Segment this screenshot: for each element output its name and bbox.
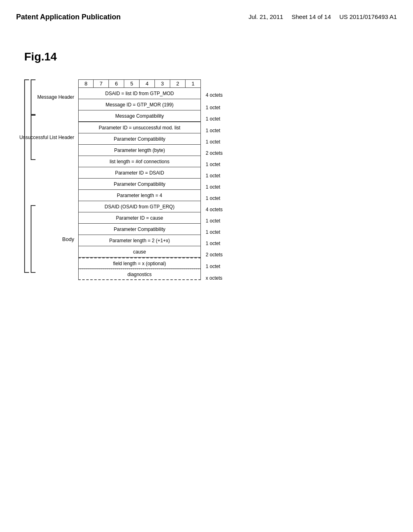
octet-row-10: 1 octet	[206, 193, 223, 204]
octet-row-13: 1 octet	[206, 227, 223, 238]
octet-text-2: 1 octet	[206, 105, 220, 110]
octet-text-1: 4 octets	[206, 92, 223, 98]
row-list-length: list length = #of connections	[78, 156, 201, 167]
message-header-bracket: Message Header	[31, 79, 76, 115]
figure-label: Fig.14	[24, 50, 57, 63]
octet-text-9: 1 octet	[206, 184, 220, 190]
body-label: Body	[62, 236, 74, 242]
main-content: Fig.14 Message Header	[0, 26, 413, 300]
publication-title: Patent Application Publication	[16, 12, 121, 22]
bit-5: 5	[124, 79, 140, 88]
page-header: Patent Application Publication Jul. 21, …	[0, 0, 413, 26]
row-param-compat-2: Parameter Compatibility	[78, 179, 201, 190]
octet-row-1: 4 octets	[206, 88, 223, 102]
octet-row-8: 1 octet	[206, 170, 223, 181]
table-row: DSAID = list ID from GTP_MOD	[78, 88, 201, 99]
octet-text-5: 1 octet	[206, 139, 220, 145]
row-diagnostics: diagnostics	[78, 269, 201, 280]
body-bracket: Body	[31, 205, 76, 273]
octet-row-5: 1 octet	[206, 136, 223, 148]
table-row: Parameter ID = DSAID	[78, 167, 201, 179]
unsuccessful-list-header-label: Unsuccessful List Header	[19, 135, 74, 140]
table-row: Parameter length = 4	[78, 190, 201, 201]
octet-text-3: 1 octet	[206, 116, 220, 122]
octet-header-spacer	[206, 79, 223, 88]
octet-text-13: 1 octet	[206, 229, 220, 235]
unsuccessful-list-header-bracket: Unsuccessful List Header	[31, 115, 76, 160]
message-header-label: Message Header	[38, 94, 74, 100]
row-cause: cause	[78, 246, 201, 258]
table-row: Message ID = GTP_MOR (199)	[78, 99, 201, 110]
bit-6: 6	[109, 79, 124, 88]
table-row: Parameter ID = unsuccessful mod. list	[78, 122, 201, 133]
table-row: DSAID (OSAID from GTP_ERQ)	[78, 201, 201, 212]
octet-row-14: 1 octet	[206, 238, 223, 249]
octet-text-4: 1 octet	[206, 128, 220, 133]
grid-area: 8 7 6 5 4 3 2 1 DSAID = list ID from GTP…	[78, 79, 201, 280]
page-container: Patent Application Publication Jul. 21, …	[0, 0, 413, 300]
octet-text-7: 1 octet	[206, 162, 220, 167]
row-message-id: Message ID = GTP_MOR (199)	[78, 99, 201, 110]
octet-text-11: 4 octets	[206, 207, 223, 212]
octet-row-4: 1 octet	[206, 125, 223, 136]
row-param-length-byte: Parameter length (byte)	[78, 145, 201, 156]
bit-3: 3	[155, 79, 170, 88]
row-param-id-dsaid: Parameter ID = DSAID	[78, 167, 201, 179]
octet-row-16: 1 octet	[206, 260, 223, 272]
table-row: Parameter ID = cause	[78, 212, 201, 224]
table-row: Parameter Compatibility	[78, 179, 201, 190]
octet-row-7: 1 octet	[206, 159, 223, 170]
table-row: Parameter Compatibility	[78, 224, 201, 235]
bit-8: 8	[78, 79, 94, 88]
row-message-compat: Message Compatibility	[78, 110, 201, 122]
octet-row-3: 1 octet	[206, 113, 223, 125]
row-param-compat-1: Parameter Compatibility	[78, 133, 201, 145]
bit-4: 4	[140, 79, 155, 88]
octet-text-14: 1 octet	[206, 241, 220, 246]
row-field-length: field length = x (optional)	[78, 258, 201, 269]
row-param-id-cause: Parameter ID = cause	[78, 212, 201, 224]
sheet-info: Sheet 14 of 14	[292, 13, 331, 20]
row-param-length-4: Parameter length = 4	[78, 190, 201, 201]
octet-row-9: 1 octet	[206, 181, 223, 193]
patent-number: US 2011/0176493 A1	[339, 13, 397, 20]
octet-row-6: 2 octets	[206, 148, 223, 159]
octet-row-12: 1 octet	[206, 215, 223, 227]
octet-text-15: 2 octets	[206, 252, 223, 258]
table-row: Parameter Compatibility	[78, 133, 201, 145]
row-param-compat-3: Parameter Compatibility	[78, 224, 201, 235]
table-row: field length = x (optional)	[78, 258, 201, 269]
section-brackets: Message Header Unsuccessful List Header	[31, 79, 76, 273]
octet-row-15: 2 octets	[206, 249, 223, 260]
octet-text-17: x octets	[206, 275, 222, 281]
bit-2: 2	[170, 79, 186, 88]
octet-labels: 4 octets 1 octet 1 octet 1 octet	[206, 79, 223, 284]
table-row: Parameter length = 2 (+1+x)	[78, 235, 201, 246]
outer-bracket	[24, 79, 29, 273]
octet-text-12: 1 octet	[206, 218, 220, 224]
octet-row-11: 4 octets	[206, 204, 223, 215]
left-brackets-area: Message Header Unsuccessful List Header	[24, 79, 76, 273]
octet-text-6: 2 octets	[206, 150, 223, 156]
publication-date: Jul. 21, 2011	[248, 13, 283, 20]
bit-7: 7	[94, 79, 109, 88]
table-row: Message Compatibility	[78, 110, 201, 122]
row-param-id-unsuccessful: Parameter ID = unsuccessful mod. list	[78, 122, 201, 133]
table-row: Parameter length (byte)	[78, 145, 201, 156]
octet-text-10: 1 octet	[206, 195, 220, 201]
octet-row-2: 1 octet	[206, 102, 223, 113]
octet-text-8: 1 octet	[206, 173, 220, 179]
octet-text-16: 1 octet	[206, 264, 220, 269]
octet-row-17: x octets	[206, 272, 223, 284]
table-row: diagnostics	[78, 269, 201, 280]
bit-headers-row: 8 7 6 5 4 3 2 1	[78, 79, 201, 88]
header-right: Jul. 21, 2011 Sheet 14 of 14 US 2011/017…	[248, 12, 397, 22]
row-dsaid-osaid: DSAID (OSAID from GTP_ERQ)	[78, 201, 201, 212]
table-row: list length = #of connections	[78, 156, 201, 167]
bit-1: 1	[186, 79, 201, 88]
row-dsaid-list: DSAID = list ID from GTP_MOD	[78, 88, 201, 99]
table-row: cause	[78, 246, 201, 258]
row-param-length-2: Parameter length = 2 (+1+x)	[78, 235, 201, 246]
no-label-bracket	[31, 160, 76, 205]
diagram-layout: Message Header Unsuccessful List Header	[24, 79, 223, 284]
